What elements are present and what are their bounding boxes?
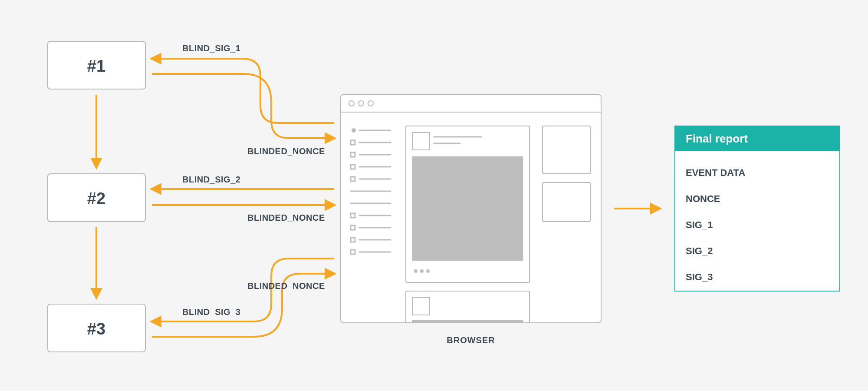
browser-caption: BROWSER [447, 335, 495, 345]
signer-2-label: #2 [87, 189, 105, 208]
svg-point-33 [414, 269, 418, 273]
label-sig-1: BLIND_SIG_1 [182, 43, 240, 53]
svg-point-35 [426, 269, 430, 273]
report-item-3: SIG_2 [686, 245, 713, 256]
arrow-sig-1 [152, 59, 334, 123]
signer-box-1: #1 [48, 41, 145, 89]
label-nonce-2: BLINDED_NONCE [247, 213, 325, 222]
arrow-nonce-1 [152, 74, 334, 138]
signer-3-label: #3 [87, 320, 105, 338]
svg-point-34 [420, 269, 424, 273]
report-item-2: SIG_1 [686, 219, 713, 230]
svg-point-8 [352, 128, 356, 133]
report-item-4: SIG_3 [686, 272, 713, 282]
label-nonce-3: BLINDED_NONCE [247, 281, 325, 291]
svg-rect-38 [412, 320, 523, 323]
browser-window [341, 95, 601, 323]
final-report-box: Final report EVENT DATA NONCE SIG_1 SIG_… [675, 126, 840, 291]
label-sig-3: BLIND_SIG_3 [182, 307, 240, 317]
signer-box-3: #3 [48, 304, 145, 352]
svg-rect-32 [412, 156, 523, 261]
report-title: Final report [686, 132, 748, 145]
report-item-0: EVENT DATA [686, 167, 745, 178]
signer-box-2: #2 [48, 174, 145, 222]
label-nonce-1: BLINDED_NONCE [247, 146, 325, 156]
label-sig-2: BLIND_SIG_2 [182, 175, 240, 184]
signer-1-label: #1 [87, 57, 105, 75]
report-item-1: NONCE [686, 193, 720, 204]
